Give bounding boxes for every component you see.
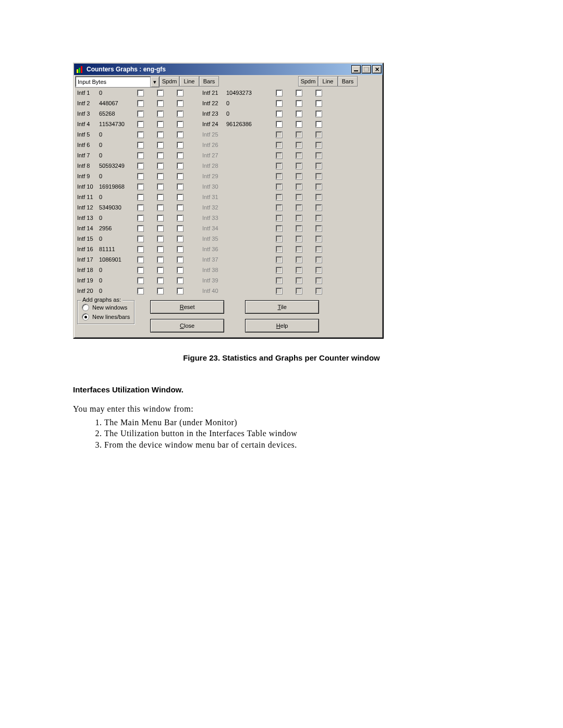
checkbox[interactable]	[309, 108, 328, 119]
intf-name: Intf 5	[75, 129, 97, 140]
checkbox[interactable]	[150, 161, 170, 171]
checkbox[interactable]	[130, 181, 150, 192]
checkbox[interactable]	[309, 98, 328, 108]
checkbox[interactable]	[150, 108, 170, 119]
checkbox[interactable]	[170, 286, 190, 296]
checkbox[interactable]	[269, 98, 289, 108]
radio-new-windows[interactable]: New windows	[82, 304, 130, 311]
checkbox[interactable]	[170, 192, 190, 202]
checkbox[interactable]	[150, 150, 170, 161]
body-text: You may enter this window from: The Main…	[73, 403, 490, 450]
checkbox[interactable]	[170, 129, 190, 140]
checkbox[interactable]	[170, 254, 190, 265]
checkbox[interactable]	[150, 275, 170, 286]
counter-dropdown[interactable]: Input Bytes ▾	[75, 76, 160, 88]
checkbox[interactable]	[170, 265, 190, 275]
checkbox[interactable]	[289, 119, 309, 129]
checkbox[interactable]	[170, 150, 190, 161]
checkbox[interactable]	[269, 119, 289, 129]
reset-button[interactable]: Reset	[150, 300, 224, 314]
chevron-down-icon[interactable]: ▾	[150, 77, 159, 87]
checkbox[interactable]	[130, 150, 150, 161]
checkbox[interactable]	[289, 108, 309, 119]
checkbox[interactable]	[170, 275, 190, 286]
checkbox[interactable]	[269, 88, 289, 98]
checkbox[interactable]	[170, 233, 190, 244]
checkbox[interactable]	[130, 254, 150, 265]
checkbox[interactable]	[170, 119, 190, 129]
checkbox[interactable]	[130, 98, 150, 108]
checkbox[interactable]	[309, 119, 328, 129]
checkbox[interactable]	[130, 244, 150, 254]
checkbox[interactable]	[170, 161, 190, 171]
list-item: The Utilization button in the Interfaces…	[104, 428, 490, 439]
checkbox[interactable]	[170, 171, 190, 181]
checkbox	[309, 150, 328, 161]
checkbox[interactable]	[170, 140, 190, 150]
checkbox[interactable]	[150, 202, 170, 213]
checkbox[interactable]	[130, 213, 150, 223]
checkbox[interactable]	[130, 286, 150, 296]
checkbox[interactable]	[289, 88, 309, 98]
checkbox[interactable]	[130, 265, 150, 275]
checkbox[interactable]	[309, 88, 328, 98]
checkbox[interactable]	[269, 108, 289, 119]
checkbox[interactable]	[130, 192, 150, 202]
intf-value	[224, 129, 269, 140]
groupbox-legend: Add graphs as:	[81, 297, 123, 303]
checkbox[interactable]	[170, 88, 190, 98]
intf-value: 16919868	[97, 181, 130, 192]
checkbox[interactable]	[150, 192, 170, 202]
checkbox[interactable]	[130, 223, 150, 233]
checkbox[interactable]	[150, 265, 170, 275]
titlebar[interactable]: Counters Graphs : eng-gfs ✕	[74, 64, 383, 75]
intf-name: Intf 39	[200, 275, 224, 286]
checkbox[interactable]	[150, 223, 170, 233]
checkbox[interactable]	[170, 213, 190, 223]
checkbox[interactable]	[150, 286, 170, 296]
checkbox[interactable]	[150, 171, 170, 181]
checkbox[interactable]	[150, 213, 170, 223]
svg-rect-1	[79, 68, 80, 73]
checkbox[interactable]	[170, 181, 190, 192]
intf-value: 50593249	[97, 161, 130, 171]
checkbox[interactable]	[130, 161, 150, 171]
dropdown-value: Input Bytes	[76, 79, 150, 85]
checkbox[interactable]	[130, 108, 150, 119]
checkbox[interactable]	[130, 202, 150, 213]
help-button[interactable]: Help	[245, 319, 319, 332]
checkbox[interactable]	[130, 88, 150, 98]
checkbox[interactable]	[150, 244, 170, 254]
close-button-bottom[interactable]: Close	[150, 319, 224, 332]
checkbox[interactable]	[289, 98, 309, 108]
radio-new-lines-bars[interactable]: New lines/bars	[82, 313, 130, 320]
checkbox[interactable]	[150, 119, 170, 129]
checkbox[interactable]	[130, 275, 150, 286]
checkbox	[289, 275, 309, 286]
intf-name: Intf 11	[75, 192, 97, 202]
checkbox[interactable]	[170, 98, 190, 108]
checkbox[interactable]	[130, 119, 150, 129]
list-item: From the device window menu bar of certa…	[104, 439, 490, 451]
checkbox	[269, 192, 289, 202]
checkbox[interactable]	[170, 202, 190, 213]
checkbox[interactable]	[170, 244, 190, 254]
checkbox[interactable]	[130, 171, 150, 181]
checkbox[interactable]	[130, 140, 150, 150]
checkbox[interactable]	[150, 254, 170, 265]
checkbox[interactable]	[150, 233, 170, 244]
minimize-button[interactable]	[351, 65, 361, 73]
checkbox[interactable]	[150, 129, 170, 140]
intf-value: 448067	[97, 98, 130, 108]
close-button[interactable]: ✕	[372, 65, 382, 73]
checkbox[interactable]	[170, 223, 190, 233]
checkbox[interactable]	[150, 181, 170, 192]
checkbox[interactable]	[130, 129, 150, 140]
checkbox[interactable]	[150, 98, 170, 108]
checkbox[interactable]	[130, 233, 150, 244]
checkbox[interactable]	[170, 108, 190, 119]
checkbox[interactable]	[150, 140, 170, 150]
intf-value: 65268	[97, 108, 130, 119]
checkbox[interactable]	[150, 88, 170, 98]
tile-button[interactable]: Tile	[245, 300, 319, 314]
